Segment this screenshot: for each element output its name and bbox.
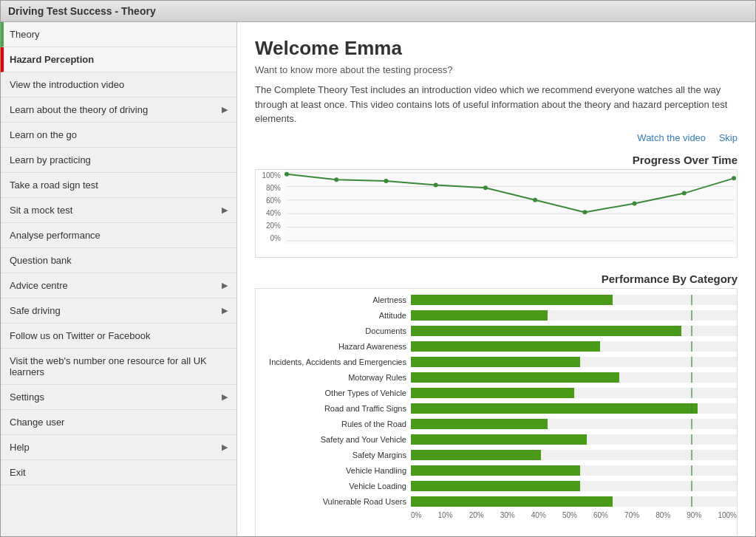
bar-row: Incidents, Accidents and Emergencies [256, 355, 737, 369]
sidebar-label-learn-theory: Learn about the theory of driving [10, 104, 148, 115]
bar-row: Safety and Your Vehicle [256, 433, 737, 446]
x-axis-label: 40% [531, 511, 546, 519]
x-axis-label: 80% [655, 511, 670, 519]
sidebar-label-safe-driving: Safe driving [10, 305, 61, 316]
sidebar-item-mock-test[interactable]: Sit a mock test▶ [1, 198, 236, 223]
bar-label: Hazard Awareness [256, 342, 411, 351]
chevron-right-icon: ▶ [222, 392, 228, 402]
y-axis-label: 0% [270, 234, 281, 242]
sidebar-label-exit: Exit [10, 467, 26, 478]
sidebar-item-intro-video[interactable]: View the introduction video [1, 72, 236, 98]
chevron-right-icon: ▶ [222, 205, 228, 215]
svg-point-7 [334, 177, 338, 182]
target-line [691, 496, 692, 507]
sidebar-item-twitter-fb[interactable]: Follow us on Twitter or Facebook [1, 324, 236, 349]
bar-row: Vehicle Loading [256, 479, 737, 493]
bar-fill [411, 357, 580, 367]
bar-label: Vehicle Loading [256, 482, 411, 490]
target-line [691, 481, 692, 491]
sidebar-item-advice[interactable]: Advice centre▶ [1, 273, 236, 298]
bar-fill [411, 295, 613, 305]
y-axis-label: 20% [266, 222, 281, 230]
svg-point-8 [384, 179, 388, 183]
svg-point-11 [533, 197, 537, 202]
x-axis-label: 0% [411, 511, 421, 519]
bar-label: Documents [256, 326, 411, 335]
bar-label: Safety Margins [256, 451, 411, 459]
sidebar-item-exit[interactable]: Exit [1, 460, 236, 485]
sidebar-item-uk-resource[interactable]: Visit the web's number one resource for … [1, 349, 236, 385]
target-line [691, 465, 692, 476]
bar-track [411, 465, 737, 476]
bar-track [411, 372, 737, 383]
bar-track [411, 481, 737, 491]
bar-row: Motorway Rules [256, 371, 737, 384]
target-line [691, 310, 692, 321]
bar-chart-xaxis: 0%10%20%30%40%50%60%70%80%90%100% [411, 511, 737, 519]
svg-point-13 [633, 201, 637, 205]
main-content: Welcome Emma Want to know more about the… [237, 22, 755, 536]
sidebar-item-learn-go[interactable]: Learn on the go [1, 123, 236, 148]
x-axis-label: 70% [624, 511, 639, 519]
x-axis-label: 90% [687, 511, 701, 519]
chevron-right-icon: ▶ [222, 281, 228, 290]
bar-label: Rules of the Road [256, 420, 411, 428]
y-axis-label: 60% [266, 196, 281, 205]
line-chart-area [284, 170, 737, 244]
x-axis-label: 10% [438, 511, 453, 519]
sidebar-label-advice: Advice centre [10, 280, 68, 291]
target-line [691, 372, 692, 383]
sidebar-item-theory[interactable]: Theory [1, 22, 236, 47]
bar-row: Documents [256, 324, 737, 338]
sidebar-label-settings: Settings [10, 391, 44, 403]
target-line [691, 341, 692, 352]
y-axis-label: 40% [266, 209, 281, 217]
bar-row: Vehicle Handling [256, 464, 737, 477]
bar-label: Vehicle Handling [256, 466, 411, 475]
sidebar-item-learn-practice[interactable]: Learn by practicing [1, 148, 236, 173]
sidebar-label-change-user: Change user [10, 417, 64, 428]
target-line [691, 403, 692, 414]
welcome-title: Welcome Emma [255, 37, 738, 60]
bar-track [411, 357, 737, 367]
sidebar-item-question-bank[interactable]: Question bank [1, 248, 236, 273]
bar-fill [411, 388, 574, 398]
sidebar-item-change-user[interactable]: Change user [1, 410, 236, 435]
sidebar-item-road-sign[interactable]: Take a road sign test [1, 173, 236, 198]
welcome-subtitle: Want to know more about the testing proc… [255, 64, 738, 75]
target-line [691, 450, 692, 460]
bar-fill [411, 465, 580, 476]
bar-row: Rules of the Road [256, 417, 737, 431]
titlebar: Driving Test Success - Theory [1, 1, 755, 22]
bar-fill [411, 341, 600, 352]
sidebar-item-hazard-perception[interactable]: Hazard Perception [1, 47, 236, 72]
sidebar-item-analyse[interactable]: Analyse performance [1, 223, 236, 248]
x-axis-label: 30% [500, 511, 515, 519]
target-line [691, 388, 692, 398]
bar-fill [411, 481, 580, 491]
video-links: Watch the video Skip [255, 132, 738, 143]
skip-link[interactable]: Skip [719, 132, 738, 143]
bar-label: Motorway Rules [256, 373, 411, 382]
svg-point-15 [732, 176, 736, 180]
sidebar-label-uk-resource: Visit the web's number one resource for … [10, 355, 228, 377]
target-line [691, 419, 692, 429]
bar-label: Other Types of Vehicle [256, 389, 411, 397]
bar-label: Vulnerable Road Users [256, 497, 411, 506]
x-axis-label: 50% [562, 511, 577, 519]
sidebar-item-learn-theory[interactable]: Learn about the theory of driving▶ [1, 98, 236, 123]
sidebar-item-settings[interactable]: Settings▶ [1, 385, 236, 410]
svg-point-6 [285, 171, 289, 176]
bar-track [411, 310, 737, 321]
watch-video-link[interactable]: Watch the video [637, 132, 706, 143]
bar-track [411, 295, 737, 305]
bar-fill [411, 403, 698, 414]
chevron-right-icon: ▶ [222, 306, 228, 315]
sidebar-item-safe-driving[interactable]: Safe driving▶ [1, 298, 236, 324]
bar-label: Road and Traffic Signs [256, 404, 411, 413]
svg-point-9 [434, 182, 438, 187]
bar-track [411, 450, 737, 460]
sidebar-label-hazard-perception: Hazard Perception [10, 54, 94, 65]
sidebar-item-help[interactable]: Help▶ [1, 435, 236, 460]
bar-fill [411, 326, 681, 336]
